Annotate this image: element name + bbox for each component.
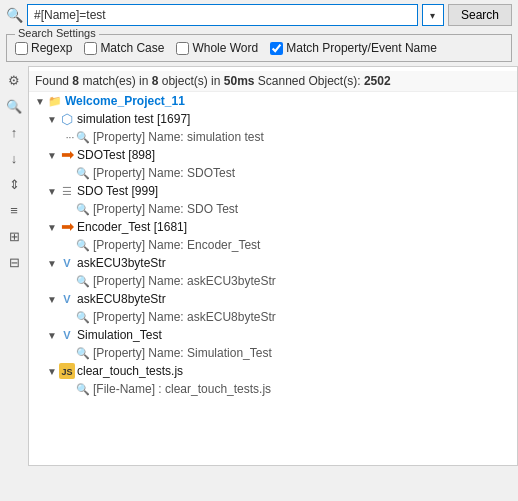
list-item[interactable]: 🔍 [Property] Name: SDOTest <box>29 164 517 182</box>
collapse-icon[interactable]: ⇕ <box>4 174 24 194</box>
left-toolbar: ⚙ 🔍 ↑ ↓ ⇕ ≡ ⊞ ⊟ <box>0 66 28 466</box>
node-label: SDO Test [999] <box>77 184 158 198</box>
list-item[interactable]: ▼ ⬡ simulation test [1697] <box>29 110 517 128</box>
arrow-icon: ➡ <box>59 219 75 235</box>
search-result-icon: 🔍 <box>75 273 91 289</box>
list-item[interactable]: 🔍 [Property] Name: Simulation_Test <box>29 344 517 362</box>
list-item[interactable]: ▼ JS clear_touch_tests.js <box>29 362 517 380</box>
search-button[interactable]: Search <box>448 4 512 26</box>
list-item[interactable]: ··· 🔍 [Property] Name: simulation test <box>29 128 517 146</box>
search-result-icon: 🔍 <box>75 201 91 217</box>
search-result-icon: 🔍 <box>75 129 91 145</box>
property-text: [Property] Name: SDOTest <box>93 166 235 180</box>
property-text: [File-Name] : clear_touch_tests.js <box>93 382 271 396</box>
settings-legend: Search Settings <box>15 27 99 39</box>
down-icon[interactable]: ↓ <box>4 148 24 168</box>
expand-icon[interactable]: ▼ <box>33 96 47 107</box>
expand-icon[interactable]: ▼ <box>45 114 59 125</box>
expand-icon[interactable]: ▼ <box>45 294 59 305</box>
search-result-icon: 🔍 <box>75 237 91 253</box>
list-item[interactable]: ▼ V Simulation_Test <box>29 326 517 344</box>
node-label: askECU8byteStr <box>77 292 166 306</box>
match-property-text: Match Property/Event Name <box>286 41 437 55</box>
list-item[interactable]: 🔍 [Property] Name: askECU8byteStr <box>29 308 517 326</box>
expand-icon[interactable]: ▼ <box>45 222 59 233</box>
property-text: [Property] Name: Encoder_Test <box>93 238 260 252</box>
node-label: Simulation_Test <box>77 328 162 342</box>
list-item[interactable]: ▼ 📁 Welcome_Project_11 <box>29 92 517 110</box>
js-icon: JS <box>59 363 75 379</box>
property-text: [Property] Name: askECU8byteStr <box>93 310 276 324</box>
search-settings-box: Search Settings Regexp Match Case Whole … <box>6 34 512 62</box>
whole-word-checkbox[interactable] <box>176 42 189 55</box>
node-label: clear_touch_tests.js <box>77 364 183 378</box>
regexp-checkbox[interactable] <box>15 42 28 55</box>
match-property-label[interactable]: Match Property/Event Name <box>270 41 437 55</box>
search-result-icon: 🔍 <box>75 309 91 325</box>
regexp-text: Regexp <box>31 41 72 55</box>
list-item[interactable]: 🔍 [Property] Name: SDO Test <box>29 200 517 218</box>
list-item[interactable]: 🔍 [File-Name] : clear_touch_tests.js <box>29 380 517 398</box>
results-header: Found 8 match(es) in 8 object(s) in 50ms… <box>29 71 517 92</box>
doc-icon: ☰ <box>59 183 75 199</box>
whole-word-label[interactable]: Whole Word <box>176 41 258 55</box>
regexp-label[interactable]: Regexp <box>15 41 72 55</box>
node-label: askECU3byteStr <box>77 256 166 270</box>
list-item[interactable]: 🔍 [Property] Name: askECU3byteStr <box>29 272 517 290</box>
folder-icon: 📁 <box>47 93 63 109</box>
expand-icon[interactable]: ▼ <box>45 186 59 197</box>
sim-icon: ⬡ <box>59 111 75 127</box>
search-input[interactable] <box>27 4 418 26</box>
list-icon[interactable]: ≡ <box>4 200 24 220</box>
results-area[interactable]: Found 8 match(es) in 8 object(s) in 50ms… <box>28 66 518 466</box>
filter-icon[interactable]: ⊞ <box>4 226 24 246</box>
property-text: [Property] Name: simulation test <box>93 130 264 144</box>
property-text: [Property] Name: SDO Test <box>93 202 238 216</box>
top-bar: 🔍 ▾ Search <box>0 0 518 30</box>
node-label: Welcome_Project_11 <box>65 94 185 108</box>
up-icon[interactable]: ↑ <box>4 122 24 142</box>
search-result-icon: 🔍 <box>75 381 91 397</box>
adjust-icon[interactable]: ⊟ <box>4 252 24 272</box>
node-label: Encoder_Test [1681] <box>77 220 187 234</box>
property-text: [Property] Name: Simulation_Test <box>93 346 272 360</box>
v-icon: V <box>59 255 75 271</box>
list-item[interactable]: ▼ V askECU8byteStr <box>29 290 517 308</box>
settings-icon[interactable]: ⚙ <box>4 70 24 90</box>
list-item[interactable]: ▼ ➡ SDOTest [898] <box>29 146 517 164</box>
match-property-checkbox[interactable] <box>270 42 283 55</box>
node-label: SDOTest [898] <box>77 148 155 162</box>
match-case-text: Match Case <box>100 41 164 55</box>
search-result-icon: 🔍 <box>75 345 91 361</box>
property-text: [Property] Name: askECU3byteStr <box>93 274 276 288</box>
expand-icon[interactable]: ▼ <box>45 330 59 341</box>
search-result-icon: 🔍 <box>75 165 91 181</box>
v-icon: V <box>59 327 75 343</box>
node-label: simulation test [1697] <box>77 112 190 126</box>
arrow-icon: ➡ <box>59 147 75 163</box>
dropdown-button[interactable]: ▾ <box>422 4 444 26</box>
list-item[interactable]: 🔍 [Property] Name: Encoder_Test <box>29 236 517 254</box>
search-icon[interactable]: 🔍 <box>4 96 24 116</box>
list-item[interactable]: ▼ ☰ SDO Test [999] <box>29 182 517 200</box>
expand-icon[interactable]: ▼ <box>45 366 59 377</box>
whole-word-text: Whole Word <box>192 41 258 55</box>
match-case-checkbox[interactable] <box>84 42 97 55</box>
list-item[interactable]: ▼ ➡ Encoder_Test [1681] <box>29 218 517 236</box>
main-content: ⚙ 🔍 ↑ ↓ ⇕ ≡ ⊞ ⊟ Found 8 match(es) in 8 o… <box>0 66 518 466</box>
expand-icon[interactable]: ▼ <box>45 258 59 269</box>
search-icon-left: 🔍 <box>6 7 23 23</box>
expand-icon[interactable]: ▼ <box>45 150 59 161</box>
match-case-label[interactable]: Match Case <box>84 41 164 55</box>
settings-row: Regexp Match Case Whole Word Match Prope… <box>15 39 503 57</box>
expand-spacer: ··· <box>65 132 75 143</box>
list-item[interactable]: ▼ V askECU3byteStr <box>29 254 517 272</box>
v-icon: V <box>59 291 75 307</box>
